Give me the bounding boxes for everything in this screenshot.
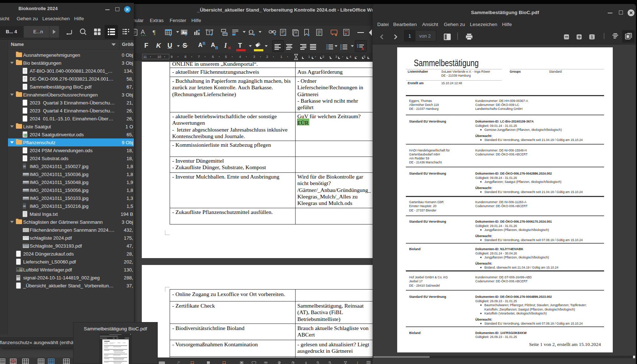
svg-text:T: T — [208, 30, 211, 35]
svg-text:@: @ — [279, 361, 280, 364]
svg-text:i: i — [297, 34, 297, 37]
svg-text:A: A — [141, 29, 145, 35]
svg-text:¶: ¶ — [153, 29, 156, 36]
svg-text:✕: ✕ — [361, 47, 364, 51]
svg-text:f: f — [357, 361, 358, 364]
svg-text:1: 1 — [284, 33, 285, 36]
